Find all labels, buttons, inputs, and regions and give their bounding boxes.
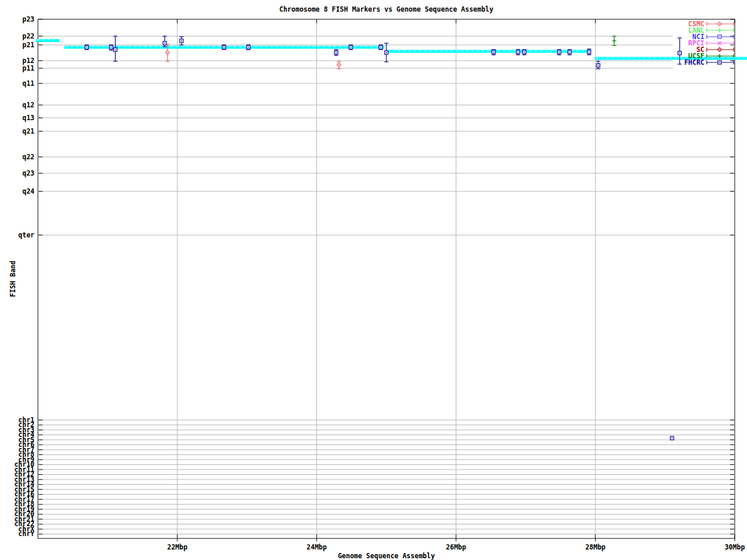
y-tick-label-q24: q24 — [0, 188, 34, 195]
fhcrc-data-point-dot — [589, 51, 590, 52]
fhcrc-data-point-dot — [350, 47, 351, 48]
fhcrc-data-point-dot — [679, 52, 680, 54]
y-tick-label-p12: p12 — [0, 57, 34, 65]
y-tick-label-p23: p23 — [0, 16, 34, 23]
fhcrc-data-point-dot — [165, 43, 166, 44]
fhcrc-data-point-dot — [181, 40, 182, 41]
fhcrc-data-point-dot — [386, 52, 387, 53]
fhcrc-data-point-dot — [381, 47, 382, 48]
ucsf-band-segment — [595, 57, 747, 60]
fhcrc-data-point-dot — [115, 49, 116, 50]
chart-title: Chromosome 8 FISH Markers vs Genome Sequ… — [38, 5, 735, 13]
x-tick-label-24Mbp: 24Mbp — [294, 543, 340, 551]
fhcrc-data-point-dot — [672, 438, 673, 439]
legend-label-FHCRC: FHCRC — [684, 59, 704, 66]
legend-sample-marker-dot — [719, 62, 720, 63]
y-tick-label-q21: q21 — [0, 128, 34, 135]
x-tick-label-22Mbp: 22Mbp — [154, 543, 201, 551]
fhcrc-data-point-dot — [86, 47, 88, 48]
y-tick-label-p22: p22 — [0, 33, 34, 40]
csmc-data-point-dot — [167, 52, 168, 53]
ucsf-band-segment — [36, 39, 60, 42]
y-tick-label-p21: p21 — [0, 41, 34, 49]
y-tick-label-q23: q23 — [0, 170, 34, 177]
fhcrc-data-point-dot — [336, 52, 337, 53]
fhcrc-data-point-dot — [518, 51, 519, 52]
y-tick-label-qter: qter — [0, 232, 34, 239]
fhcrc-data-point-dot — [111, 47, 112, 48]
y-axis-title: FISH Band — [9, 261, 17, 297]
csmc-data-point-dot — [338, 64, 340, 65]
y-tick-label-q11: q11 — [0, 80, 34, 88]
legend-sample-marker-dot — [719, 49, 720, 50]
fhcrc-data-point-dot — [493, 51, 494, 52]
fhcrc-data-point-dot — [569, 51, 570, 52]
legend-sample-marker-dot — [719, 36, 720, 37]
x-tick-label-28Mbp: 28Mbp — [572, 543, 619, 551]
y-tick-label-chrY: chrY — [0, 530, 34, 538]
fhcrc-data-point-dot — [558, 51, 560, 52]
plot-canvas — [0, 0, 747, 560]
y-tick-label-p11: p11 — [0, 65, 34, 72]
x-axis-title: Genome Sequence Assembly — [38, 552, 735, 560]
fhcrc-data-point-dot — [224, 47, 225, 48]
fhcrc-data-point-dot — [524, 51, 525, 52]
x-tick-label-26Mbp: 26Mbp — [432, 543, 479, 551]
legend-sample-marker-dot — [719, 23, 720, 24]
y-tick-label-q13: q13 — [0, 114, 34, 122]
y-tick-label-q22: q22 — [0, 153, 34, 161]
fhcrc-data-point-dot — [248, 47, 249, 48]
y-tick-label-q12: q12 — [0, 102, 34, 109]
fhcrc-data-point-dot — [598, 65, 599, 66]
fish-marker-chart: Chromosome 8 FISH Markers vs Genome Sequ… — [0, 0, 747, 560]
x-tick-label-30Mbp: 30Mbp — [711, 543, 747, 551]
plot-border — [38, 19, 735, 538]
